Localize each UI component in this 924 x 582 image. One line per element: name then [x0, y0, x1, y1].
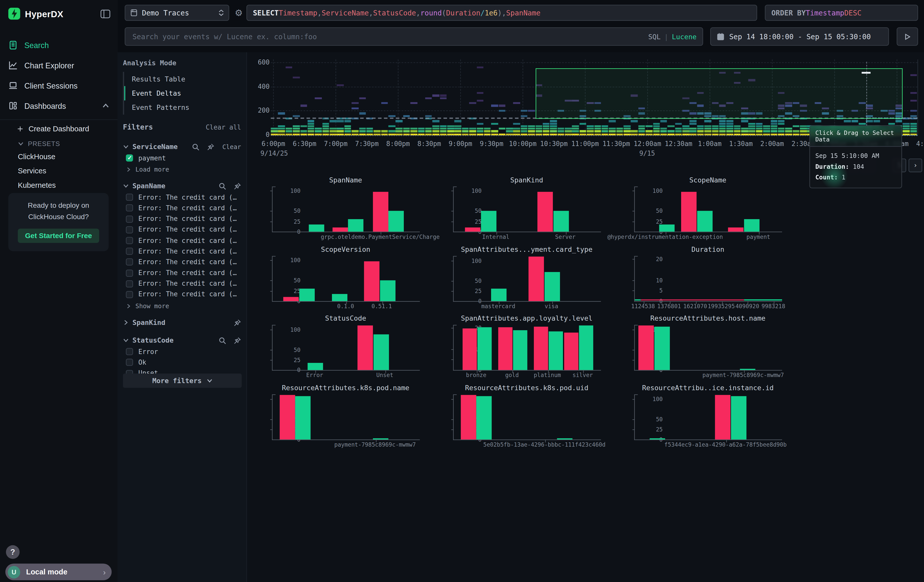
analysis-mode-event-deltas[interactable]: Event Deltas — [124, 86, 246, 100]
page-next-button[interactable]: › — [909, 159, 922, 172]
sidebar-item-kubernetes[interactable]: Kubernetes — [0, 178, 118, 192]
sql-token: Duration — [446, 8, 480, 17]
heatmap-cell — [756, 123, 762, 125]
presets-group-toggle[interactable]: PRESETS — [0, 137, 118, 150]
laptop-icon — [8, 81, 18, 90]
x-tick-label: 1621070 — [683, 303, 707, 310]
filter-option[interactable]: Error: The credit card (… — [118, 224, 246, 235]
delta-bar-outlier — [498, 327, 512, 370]
clear-all-filters[interactable]: Clear all — [206, 123, 241, 131]
heatmap-cell — [705, 128, 711, 130]
run-query-button[interactable] — [897, 27, 918, 46]
filter-option[interactable]: Error: The credit card (… — [118, 214, 246, 224]
filter-group-name[interactable]: ServiceName — [132, 142, 185, 151]
heatmap-cell — [726, 128, 733, 130]
sidebar-item-clickhouse[interactable]: ClickHouse — [0, 150, 118, 164]
y-tick-label: 10 — [656, 277, 663, 284]
y-tick-label: 28 — [475, 325, 482, 331]
checkbox[interactable] — [126, 248, 133, 255]
y-tick-label: 0 — [297, 367, 300, 373]
delta-bar-outlier — [333, 228, 348, 232]
heatmap-cell — [638, 125, 645, 127]
filter-option[interactable]: Error: The credit card (… — [118, 257, 246, 268]
filter-option[interactable]: Error: The credit card (… — [118, 192, 246, 203]
checkbox[interactable] — [126, 215, 133, 223]
sidebar-item-label: Search — [24, 41, 49, 49]
filter-group-name[interactable]: SpanKind — [132, 318, 226, 326]
checkbox[interactable] — [126, 226, 133, 233]
heatmap-cell — [271, 128, 277, 130]
y-tick — [270, 211, 272, 211]
delta-bar-outlier — [358, 326, 373, 370]
more-filters-button[interactable]: More filters — [123, 374, 242, 387]
plus-icon — [17, 125, 24, 132]
filter-option[interactable]: payment — [118, 153, 246, 163]
checkbox[interactable] — [126, 204, 133, 211]
checkbox[interactable] — [126, 348, 133, 355]
source-select[interactable]: Demo Traces — [125, 5, 229, 21]
filter-group-name[interactable]: SpanName — [132, 182, 211, 190]
minichart-duration: Duration20105011245381376801162107019935… — [618, 245, 796, 312]
delta-bar-outlier — [364, 261, 379, 301]
filter-option[interactable]: Ok — [118, 357, 246, 368]
sidebar-item-dashboards[interactable]: Dashboards — [0, 97, 118, 115]
checkbox[interactable] — [126, 259, 133, 266]
filter-option[interactable]: Error: The credit card (… — [118, 267, 246, 279]
filter-option[interactable]: Error: The credit card (… — [118, 289, 246, 300]
order-by-input[interactable]: ORDER BY Timestamp DESC — [765, 5, 918, 21]
get-started-button[interactable]: Get Started for Free — [18, 229, 99, 243]
checkbox-checked[interactable] — [126, 154, 133, 162]
heatmap-cell — [484, 130, 491, 132]
delta-bar-inlier — [654, 327, 670, 370]
checkbox[interactable] — [126, 194, 133, 201]
create-dashboard-button[interactable]: Create Dashboard — [0, 121, 118, 137]
y-tick — [451, 359, 454, 360]
heatmap-cell — [660, 130, 667, 132]
events-heatmap[interactable] — [271, 59, 918, 135]
filter-option[interactable]: Error: The credit card (… — [118, 279, 246, 289]
sql-token: , — [369, 8, 373, 17]
calendar-icon — [717, 33, 724, 41]
delta-bar-outlier — [528, 257, 544, 301]
help-button[interactable]: ? — [6, 545, 20, 559]
date-range-picker[interactable]: Sep 14 18:00:00 - Sep 15 05:30:00 — [710, 27, 889, 46]
sidebar-item-services[interactable]: Services — [0, 164, 118, 178]
load-more-button[interactable]: Load more — [118, 163, 246, 174]
checkbox[interactable] — [126, 359, 133, 366]
checkbox[interactable] — [126, 269, 133, 277]
sidebar-item-chart-explorer[interactable]: Chart Explorer — [0, 56, 118, 74]
checkbox[interactable] — [126, 280, 133, 287]
local-mode-button[interactable]: U Local mode › — [5, 564, 112, 580]
analysis-mode-results-table[interactable]: Results Table — [124, 72, 246, 86]
analysis-mode-event-patterns[interactable]: Event Patterns — [124, 101, 246, 115]
clear-filter-button[interactable]: Clear — [223, 143, 241, 150]
y-tick-label: 50 — [294, 277, 300, 284]
heatmap-cell — [800, 130, 807, 132]
x-tick — [376, 440, 376, 443]
filter-option[interactable]: Error: The credit card (… — [118, 235, 246, 246]
search-input[interactable] — [131, 32, 644, 41]
sql-toggle[interactable]: SQL — [648, 32, 661, 41]
x-axis-tick-label: 10:30pm — [540, 140, 568, 148]
heatmap-cell — [513, 123, 520, 125]
gear-icon[interactable]: ⚙ — [233, 5, 245, 21]
show-more-button[interactable]: Show more — [118, 300, 246, 310]
x-axis-tick-label: 9:30pm — [480, 140, 503, 148]
heatmap-cell — [726, 120, 733, 122]
y-tick — [632, 350, 635, 350]
sidebar-item-client-sessions[interactable]: Client Sessions — [0, 77, 118, 94]
sidebar-item-search[interactable]: Search — [0, 36, 118, 54]
filter-option[interactable]: Error — [118, 346, 246, 357]
sql-select-input[interactable]: SELECT Timestamp, ServiceName, StatusCod… — [246, 5, 757, 21]
filter-option[interactable]: Error: The credit card (… — [118, 246, 246, 257]
filter-group-name[interactable]: StatusCode — [132, 336, 211, 345]
checkbox[interactable] — [126, 291, 133, 298]
filter-option-label: Ok — [139, 359, 146, 366]
drag-selection-region[interactable] — [536, 68, 903, 119]
y-axis-tick-label: 200 — [258, 107, 270, 115]
checkbox[interactable] — [126, 237, 133, 244]
filter-option[interactable]: Error: The credit card (… — [118, 203, 246, 214]
sidebar-collapse-icon[interactable] — [101, 9, 111, 18]
lucene-toggle[interactable]: Lucene — [672, 32, 697, 41]
filter-option-label: Error: The credit card (… — [139, 258, 237, 266]
